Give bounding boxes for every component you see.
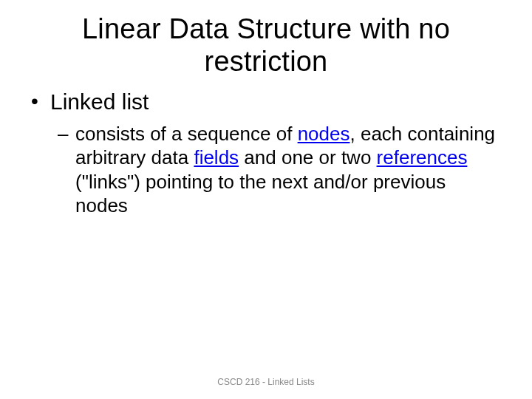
sub-text-mid2: and one or two <box>239 146 376 168</box>
slide-footer: CSCD 216 - Linked Lists <box>0 377 532 387</box>
bullet-1-text: Linked list <box>50 89 149 114</box>
sub-text-pre: consists of a sequence of <box>75 123 298 145</box>
link-fields[interactable]: fields <box>194 146 239 168</box>
slide-body: Linked list consists of a sequence of no… <box>0 78 532 218</box>
bullet-level-1: Linked list <box>30 88 502 116</box>
link-nodes[interactable]: nodes <box>298 123 350 145</box>
bullet-level-2: consists of a sequence of nodes, each co… <box>30 122 502 218</box>
slide: Linear Data Structure with no restrictio… <box>0 0 532 399</box>
title-line-1: Linear Data Structure with no <box>82 13 450 44</box>
link-references[interactable]: references <box>377 146 468 168</box>
slide-title: Linear Data Structure with no restrictio… <box>0 0 532 78</box>
title-line-2: restriction <box>205 46 328 77</box>
sub-text-post: ("links") pointing to the next and/or pr… <box>75 171 446 217</box>
